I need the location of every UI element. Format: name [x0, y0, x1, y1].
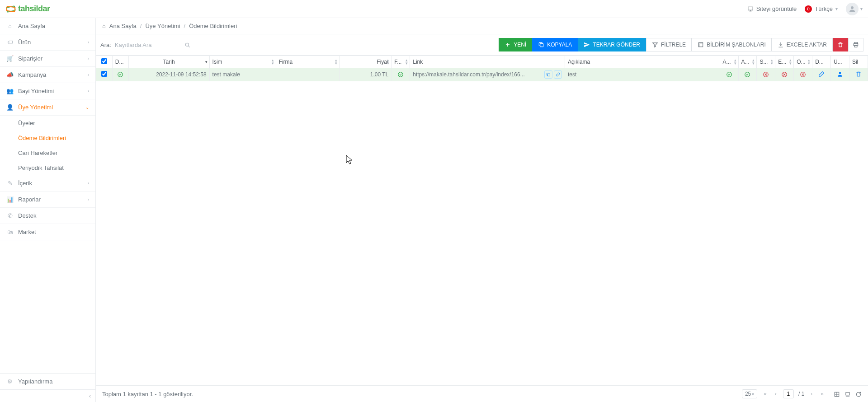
- footer-summary: Toplam 1 kayıttan 1 - 1 gösteriliyor.: [102, 391, 193, 397]
- sidebar-sub-account-movements[interactable]: Cari Hareketler: [0, 145, 95, 160]
- resend-button[interactable]: TEKRAR GÖNDER: [578, 38, 646, 51]
- cell-s[interactable]: [757, 68, 775, 81]
- grid-view-button[interactable]: [834, 390, 840, 397]
- filter-button[interactable]: FİLTRELE: [646, 38, 692, 51]
- pager-prev[interactable]: ‹: [773, 391, 778, 397]
- delete-bulk-button[interactable]: [833, 38, 848, 51]
- card-view-button[interactable]: [844, 390, 851, 397]
- col-s[interactable]: S...▴▾: [757, 56, 775, 68]
- sidebar-sub-members[interactable]: Üyeler: [0, 116, 95, 131]
- copy-icon: [546, 72, 551, 77]
- sidebar-item-configuration[interactable]: ⚙ Yapılandırma: [0, 374, 95, 389]
- delete-row-button[interactable]: [852, 71, 865, 77]
- check-circle-icon: [397, 71, 404, 78]
- check-circle-icon: [117, 71, 123, 78]
- sidebar-item-orders[interactable]: 🛒 Siparişler ›: [0, 51, 95, 67]
- chevron-down-icon: ▾: [860, 6, 863, 11]
- edit-button[interactable]: [815, 71, 828, 77]
- flag-tr-icon: ☪: [805, 5, 812, 13]
- cell-date: 2022-11-09 14:52:58: [128, 68, 209, 81]
- copy-button[interactable]: KOPYALA: [532, 38, 578, 51]
- sidebar-sub-payment-notifications[interactable]: Ödeme Bildirimleri: [0, 131, 95, 145]
- sidebar-item-product[interactable]: 🏷 Ürün ›: [0, 34, 95, 51]
- svg-point-13: [726, 72, 731, 77]
- templates-button[interactable]: BİLDİRİM ŞABLONLARI: [692, 38, 772, 51]
- sidebar-item-support[interactable]: ✆ Destek: [0, 208, 95, 224]
- logo-icon: [5, 4, 16, 14]
- col-company[interactable]: Firma▴▾: [276, 56, 340, 68]
- col-price[interactable]: Fiyat▴▾: [340, 56, 392, 68]
- col-name[interactable]: İsim▴▾: [209, 56, 276, 68]
- sidebar-item-market[interactable]: 🛍 Market: [0, 224, 95, 240]
- pager-last[interactable]: »: [819, 391, 826, 397]
- excel-button[interactable]: EXCELE AKTAR: [772, 38, 833, 51]
- check-circle-icon: [744, 71, 750, 78]
- footer-view-icons: [834, 390, 862, 397]
- print-button[interactable]: [848, 38, 863, 51]
- col-a2[interactable]: A...▴▾: [738, 56, 757, 68]
- chevron-left-icon: ‹: [89, 393, 91, 399]
- sort-desc-icon: ▾: [205, 61, 208, 64]
- svg-point-10: [118, 72, 123, 77]
- col-e[interactable]: E...▴▾: [775, 56, 794, 68]
- col-a1[interactable]: A...▴▾: [720, 56, 738, 68]
- cell-o[interactable]: [794, 68, 812, 81]
- col-status[interactable]: D...: [112, 56, 128, 68]
- sidebar-item-content[interactable]: ✎ İçerik ›: [0, 175, 95, 192]
- user-menu[interactable]: ▾: [846, 3, 863, 15]
- sidebar-item-home[interactable]: ⌂ Ana Sayfa: [0, 18, 95, 34]
- col-link[interactable]: Link: [410, 56, 565, 68]
- data-table-wrap: D... Tarih▾ İsim▴▾ Firma▴▾ Fiyat▴▾ F...▴…: [96, 56, 868, 385]
- grid-icon: [834, 391, 840, 397]
- new-button[interactable]: YENİ: [499, 38, 532, 51]
- cell-e[interactable]: [775, 68, 794, 81]
- cell-link: https://makale.tahsildar.com.tr/pay/inde…: [410, 68, 565, 81]
- col-date[interactable]: Tarih▾: [128, 56, 209, 68]
- sidebar-item-dealers[interactable]: 👥 Bayi Yönetimi ›: [0, 83, 95, 99]
- sidebar-item-reports[interactable]: 📊 Raporlar ›: [0, 192, 95, 208]
- open-link-button[interactable]: [554, 70, 562, 79]
- cell-checkbox[interactable]: [96, 68, 113, 81]
- sidebar-sub-periodic-collection[interactable]: Periyodik Tahsilat: [0, 160, 95, 175]
- col-description[interactable]: Açıklama: [565, 56, 720, 68]
- search-label: Ara:: [100, 42, 111, 48]
- search-input[interactable]: [114, 40, 177, 50]
- select-all-checkbox[interactable]: [101, 58, 107, 64]
- language-selector[interactable]: ☪ Türkçe ▾: [805, 5, 838, 13]
- cell-a1[interactable]: [720, 68, 738, 81]
- sidebar-item-campaign[interactable]: 📣 Kampanya ›: [0, 67, 95, 83]
- x-circle-icon: [800, 71, 806, 78]
- copy-icon: [538, 42, 544, 48]
- cell-user[interactable]: [831, 68, 849, 81]
- chart-icon: 📊: [6, 196, 14, 203]
- row-checkbox[interactable]: [101, 71, 107, 77]
- col-f2[interactable]: F...▴▾: [392, 56, 410, 68]
- col-checkbox[interactable]: [96, 56, 113, 68]
- pager-first[interactable]: «: [762, 391, 769, 397]
- pager-next[interactable]: ›: [809, 391, 814, 397]
- col-o[interactable]: Ö...▴▾: [794, 56, 812, 68]
- breadcrumb-level1[interactable]: Üye Yönetimi: [145, 23, 180, 29]
- table-row: 2022-11-09 14:52:58 test makale 1,00 TL …: [96, 68, 868, 81]
- sidebar-item-members[interactable]: 👤 Üye Yönetimi ⌄: [0, 99, 95, 116]
- sidebar-collapse-button[interactable]: ‹: [0, 389, 95, 402]
- export-icon: [778, 42, 784, 48]
- button-label: KOPYALA: [547, 42, 572, 48]
- refresh-button[interactable]: [855, 390, 862, 397]
- table-header-row: D... Tarih▾ İsim▴▾ Firma▴▾ Fiyat▴▾ F...▴…: [96, 56, 868, 68]
- page-size-selector[interactable]: 25 ▾: [742, 389, 757, 398]
- sort-icon: ▴▾: [387, 59, 389, 65]
- pager-total: / 1: [798, 391, 804, 397]
- sidebar-item-label: Ürün: [18, 39, 31, 46]
- brand-logo[interactable]: tahsildar: [5, 4, 50, 14]
- cell-edit[interactable]: [812, 68, 831, 81]
- user-row-button[interactable]: [834, 71, 846, 77]
- bullhorn-icon: 📣: [6, 71, 14, 78]
- breadcrumb-home[interactable]: Ana Sayfa: [109, 23, 137, 29]
- copy-link-button[interactable]: [544, 70, 552, 79]
- cell-a2[interactable]: [738, 68, 757, 81]
- cell-delete[interactable]: [849, 68, 868, 81]
- view-site-link[interactable]: Siteyi görüntüle: [747, 5, 797, 12]
- template-icon: [698, 42, 704, 48]
- pager-current-input[interactable]: [783, 389, 794, 398]
